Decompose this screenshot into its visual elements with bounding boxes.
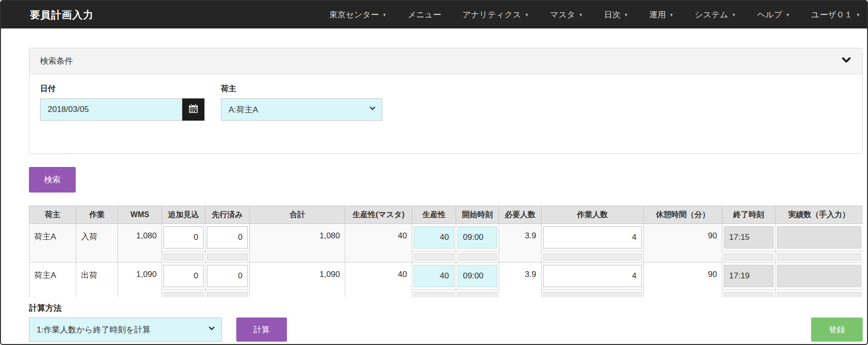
nav-item-0[interactable]: 東京センター▼ — [329, 9, 387, 20]
calc-method-select-value: 1:作業人数から終了時刻を計算 — [37, 324, 150, 335]
table-row-0: 荷主A入荷1,080001,080404009:003.949017:15 — [29, 224, 863, 251]
advance-input[interactable]: 0 — [207, 265, 248, 287]
cell-work: 出荷 — [76, 262, 118, 298]
sub-field — [724, 253, 773, 261]
col-header-2: WMS — [118, 206, 162, 224]
calendar-button[interactable] — [182, 98, 204, 121]
sub-field — [724, 292, 773, 298]
navbar-menu: 東京センター▼メニューアナリティクス▼マスタ▼日次▼運用▼システム▼ヘルプ▼ユー… — [329, 9, 860, 20]
search-button[interactable]: 検索 — [29, 167, 76, 193]
caret-down-icon: ▼ — [579, 13, 583, 17]
col-header-13: 実績数（手入力） — [775, 206, 863, 224]
sub-field — [207, 292, 248, 298]
sub-field — [777, 292, 861, 298]
cell-shipper: 荷主A — [29, 224, 76, 262]
sub-field — [207, 253, 248, 261]
col-header-8: 開始時刻 — [456, 206, 499, 224]
table-header-row: 荷主作業WMS追加見込先行済み合計生産性(マスタ)生産性開始時刻必要人数作業人数… — [29, 206, 863, 224]
start-time-input[interactable]: 09:00 — [458, 226, 497, 248]
cell-required-staff: 3.9 — [499, 224, 542, 262]
col-header-4: 先行済み — [205, 206, 250, 224]
caret-down-icon: ▼ — [732, 13, 736, 17]
shipper-select[interactable]: A:荷主A — [221, 98, 382, 121]
date-field-group: 日付 2018/03/05 — [40, 84, 204, 153]
cell-shipper: 荷主A — [29, 262, 76, 298]
additional-input[interactable]: 0 — [163, 265, 203, 287]
calc-button[interactable]: 計算 — [236, 317, 287, 342]
shipper-select-value: A:荷主A — [229, 104, 258, 115]
nav-item-3[interactable]: マスタ▼ — [550, 9, 583, 20]
register-button[interactable]: 登録 — [811, 317, 863, 342]
plan-table: 荷主作業WMS追加見込先行済み合計生産性(マスタ)生産性開始時刻必要人数作業人数… — [29, 206, 863, 297]
cell-work: 入荷 — [76, 224, 118, 262]
calc-method-label: 計算方法 — [29, 303, 863, 314]
caret-down-icon: ▼ — [624, 13, 628, 17]
search-panel-header[interactable]: 検索条件 — [29, 48, 862, 74]
caret-down-icon: ▼ — [786, 13, 790, 17]
app-title: 要員計画入力 — [30, 8, 94, 22]
cell-productivity-master: 40 — [345, 262, 412, 298]
cell-total: 1,080 — [250, 224, 345, 262]
actual-count-field — [777, 226, 861, 248]
nav-item-2[interactable]: アナリティクス▼ — [462, 9, 529, 20]
end-time-field: 17:19 — [724, 265, 773, 287]
sub-field — [163, 253, 203, 261]
nav-item-1[interactable]: メニュー — [408, 9, 441, 20]
nav-item-4[interactable]: 日次▼ — [604, 9, 628, 20]
productivity-input[interactable]: 40 — [414, 265, 454, 287]
plan-table-wrapper: 荷主作業WMS追加見込先行済み合計生産性(マスタ)生産性開始時刻必要人数作業人数… — [29, 206, 863, 297]
nav-item-8[interactable]: ユーザ０１▼ — [811, 9, 860, 20]
app-window: 要員計画入力 東京センター▼メニューアナリティクス▼マスタ▼日次▼運用▼システム… — [0, 0, 868, 345]
cell-productivity-master: 40 — [345, 224, 412, 262]
footer-controls: 計算方法 1:作業人数から終了時刻を計算 計算 登録 — [29, 303, 863, 342]
search-panel-body: 日付 2018/03/05 — [29, 74, 862, 153]
productivity-input[interactable]: 40 — [414, 226, 454, 248]
date-label: 日付 — [40, 84, 204, 94]
col-header-11: 休憩時間（分） — [644, 206, 722, 224]
sub-field — [163, 292, 203, 298]
chevron-down-icon — [208, 325, 216, 335]
col-header-9: 必要人数 — [499, 206, 542, 224]
col-header-7: 生産性 — [412, 206, 456, 224]
sub-field — [543, 253, 642, 261]
sub-field — [414, 292, 454, 298]
col-header-0: 荷主 — [29, 206, 76, 224]
navbar: 要員計画入力 東京センター▼メニューアナリティクス▼マスタ▼日次▼運用▼システム… — [1, 1, 867, 28]
col-header-1: 作業 — [76, 206, 118, 224]
sub-field — [777, 253, 861, 261]
sub-field — [543, 292, 642, 298]
advance-input[interactable]: 0 — [207, 226, 248, 248]
calc-method-select[interactable]: 1:作業人数から終了時刻を計算 — [29, 317, 222, 342]
nav-item-7[interactable]: ヘルプ▼ — [757, 9, 790, 20]
col-header-6: 生産性(マスタ) — [345, 206, 412, 224]
col-header-10: 作業人数 — [542, 206, 644, 224]
col-header-12: 終了時刻 — [722, 206, 775, 224]
shipper-field-group: 荷主 A:荷主A — [221, 84, 382, 153]
col-header-5: 合計 — [250, 206, 345, 224]
start-time-input[interactable]: 09:00 — [458, 265, 497, 287]
cell-break-minutes: 90 — [644, 262, 722, 298]
nav-item-6[interactable]: システム▼ — [695, 9, 736, 20]
caret-down-icon: ▼ — [669, 13, 674, 17]
collapse-chevron-icon[interactable] — [841, 55, 852, 68]
search-panel-title: 検索条件 — [40, 55, 73, 67]
cell-wms: 1,090 — [118, 262, 162, 298]
chevron-down-icon — [369, 105, 376, 114]
table-body: 荷主A入荷1,080001,080404009:003.949017:15荷主A… — [29, 224, 863, 298]
additional-input[interactable]: 0 — [163, 226, 203, 248]
sub-field — [414, 253, 454, 261]
workers-input[interactable]: 4 — [543, 265, 642, 287]
shipper-label: 荷主 — [221, 84, 382, 94]
caret-down-icon: ▼ — [856, 13, 860, 17]
sub-field — [458, 292, 497, 298]
date-input[interactable]: 2018/03/05 — [40, 98, 182, 121]
cell-wms: 1,080 — [118, 224, 162, 262]
workers-input[interactable]: 4 — [543, 226, 642, 248]
cell-required-staff: 3.9 — [499, 262, 542, 298]
main-content: 検索条件 日付 2018/03/05 — [1, 28, 867, 342]
actual-count-field — [777, 265, 861, 287]
col-header-3: 追加見込 — [162, 206, 205, 224]
calendar-icon — [188, 103, 199, 116]
table-row-1: 荷主A出荷1,090001,090404009:003.949017:19 — [29, 262, 863, 290]
nav-item-5[interactable]: 運用▼ — [650, 9, 674, 20]
